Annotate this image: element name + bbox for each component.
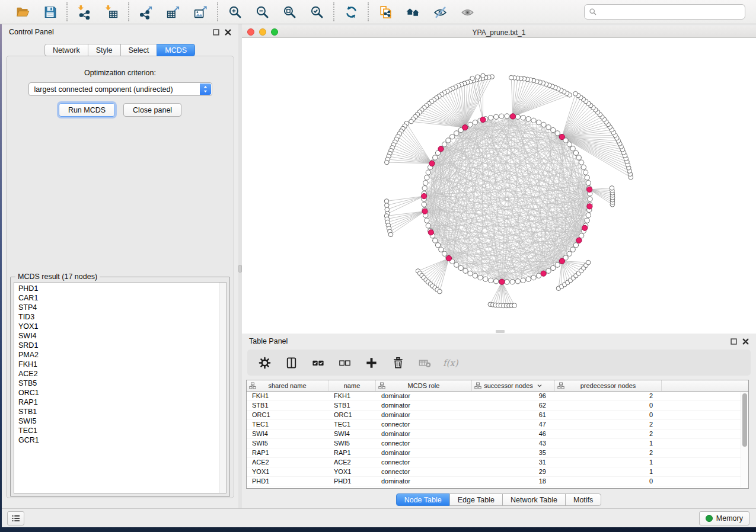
control-tab-network[interactable]: Network: [44, 44, 88, 56]
mcds-result-item[interactable]: RAP1: [14, 398, 218, 407]
network-node[interactable]: [494, 114, 499, 119]
network-node[interactable]: [581, 165, 586, 169]
network-node[interactable]: [450, 134, 455, 139]
mcds-list-scrollbar[interactable]: [219, 283, 226, 493]
network-node[interactable]: [499, 114, 504, 118]
network-node[interactable]: [541, 122, 546, 127]
network-node[interactable]: [439, 247, 444, 252]
network-node[interactable]: [583, 170, 588, 175]
network-node[interactable]: [515, 279, 520, 284]
mcds-result-item[interactable]: PHD1: [14, 284, 218, 293]
mcds-result-item[interactable]: ORC1: [14, 388, 218, 398]
network-node[interactable]: [579, 160, 583, 165]
add-column-button[interactable]: [362, 354, 380, 371]
network-node[interactable]: [573, 91, 578, 96]
network-node[interactable]: [425, 218, 429, 223]
network-node[interactable]: [494, 279, 499, 284]
table-row[interactable]: TEC1TEC1connector472: [247, 420, 741, 430]
mcds-node[interactable]: [422, 209, 428, 214]
table-row[interactable]: ACE2ACE2connector311: [247, 458, 741, 467]
table-settings-button[interactable]: [256, 354, 273, 371]
table-row[interactable]: SWI4SWI4dominator462: [247, 430, 741, 439]
network-node[interactable]: [473, 120, 477, 125]
network-node[interactable]: [481, 73, 486, 78]
table-tab-edge-table[interactable]: Edge Table: [449, 493, 503, 506]
network-node[interactable]: [473, 273, 477, 278]
network-node[interactable]: [585, 175, 589, 180]
mcds-result-item[interactable]: TID3: [14, 312, 218, 322]
mcds-node[interactable]: [582, 225, 588, 230]
network-node[interactable]: [531, 275, 536, 280]
network-node[interactable]: [423, 181, 428, 185]
network-node[interactable]: [536, 120, 541, 125]
toolbar-export-table-button[interactable]: [164, 3, 182, 21]
network-node[interactable]: [567, 251, 572, 256]
mcds-node[interactable]: [480, 117, 486, 122]
network-node[interactable]: [515, 114, 520, 119]
network-node[interactable]: [385, 207, 390, 212]
network-node[interactable]: [433, 238, 438, 243]
mcds-result-item[interactable]: CAR1: [14, 293, 218, 303]
float-panel-icon[interactable]: [731, 338, 737, 345]
search-box[interactable]: [584, 4, 745, 20]
toolbar-home-button[interactable]: [404, 3, 422, 21]
network-node[interactable]: [551, 265, 556, 270]
network-node[interactable]: [385, 160, 390, 165]
network-node[interactable]: [454, 131, 459, 136]
control-tab-mcds[interactable]: MCDS: [157, 44, 195, 56]
search-input[interactable]: [599, 7, 741, 17]
network-node[interactable]: [551, 127, 556, 132]
network-node[interactable]: [610, 186, 614, 191]
mcds-result-item[interactable]: ACE2: [14, 369, 218, 379]
network-node[interactable]: [579, 233, 583, 238]
mcds-node[interactable]: [587, 187, 592, 192]
network-node[interactable]: [576, 155, 581, 160]
network-node[interactable]: [426, 223, 430, 228]
control-tab-style[interactable]: Style: [88, 44, 121, 56]
toolbar-open-folder-button[interactable]: [14, 3, 31, 21]
table-tab-node-table[interactable]: Node Table: [396, 493, 450, 506]
mcds-result-item[interactable]: SWI5: [14, 416, 218, 426]
network-node[interactable]: [409, 119, 414, 124]
network-node[interactable]: [454, 262, 459, 267]
mcds-node[interactable]: [541, 271, 546, 276]
network-node[interactable]: [470, 76, 475, 81]
network-node[interactable]: [505, 280, 509, 284]
horizontal-splitter-handle[interactable]: [496, 330, 505, 333]
network-node[interactable]: [573, 243, 578, 248]
network-node[interactable]: [489, 116, 493, 120]
toolbar-save-button[interactable]: [41, 3, 59, 21]
table-tab-network-table[interactable]: Network Table: [502, 493, 566, 506]
toolbar-export-network-button[interactable]: [137, 3, 155, 21]
network-node[interactable]: [422, 202, 426, 207]
toolbar-duplicate-network-button[interactable]: [377, 3, 394, 21]
mcds-result-item[interactable]: TEC1: [14, 426, 218, 435]
table-scrollbar-thumb[interactable]: [742, 393, 747, 447]
network-node[interactable]: [442, 251, 447, 256]
table-scrollbar[interactable]: [741, 392, 748, 488]
network-window-titlebar[interactable]: YPA_prune.txt_1: [242, 26, 756, 38]
network-node[interactable]: [536, 273, 541, 278]
network-node[interactable]: [426, 170, 430, 175]
close-panel-icon[interactable]: [742, 338, 749, 345]
network-node[interactable]: [433, 155, 438, 160]
column-header-shared-name[interactable]: shared name: [247, 380, 328, 391]
toolbar-refresh-button[interactable]: [342, 3, 360, 21]
network-node[interactable]: [526, 277, 531, 281]
task-history-button[interactable]: [7, 511, 24, 525]
column-header-predecessor-nodes[interactable]: predecessor nodes: [555, 380, 662, 391]
network-node[interactable]: [510, 280, 515, 284]
network-node[interactable]: [505, 114, 509, 118]
network-node[interactable]: [555, 262, 560, 267]
mcds-node[interactable]: [510, 114, 515, 119]
network-node[interactable]: [509, 75, 513, 80]
network-node[interactable]: [384, 199, 389, 204]
network-node[interactable]: [588, 197, 592, 201]
mcds-result-item[interactable]: SRD1: [14, 341, 218, 350]
mcds-result-item[interactable]: STB1: [14, 407, 218, 416]
mcds-node[interactable]: [429, 161, 435, 166]
network-node[interactable]: [476, 75, 480, 79]
toolbar-zoom-out-button[interactable]: [253, 3, 271, 21]
network-node[interactable]: [385, 203, 390, 208]
mcds-result-item[interactable]: SWI4: [14, 331, 218, 341]
